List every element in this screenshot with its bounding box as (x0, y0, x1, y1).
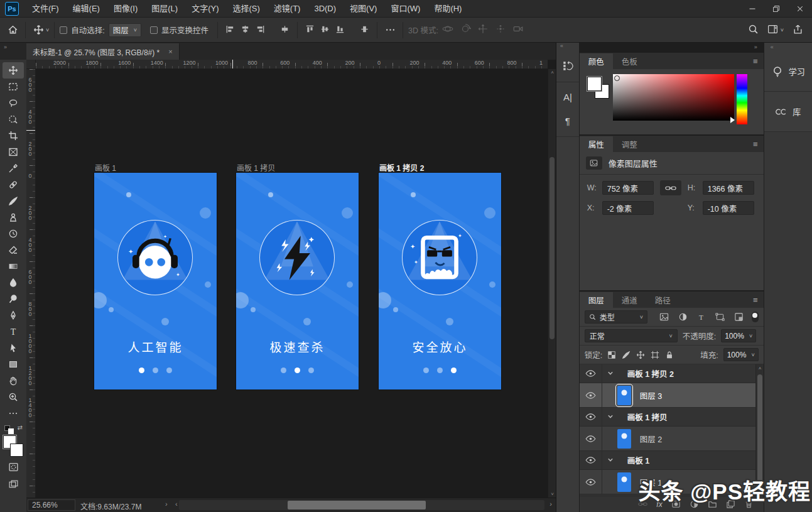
frame-tool[interactable] (3, 144, 24, 160)
icon-strip-collapse[interactable]: « (556, 43, 579, 52)
move-tool-preset-icon[interactable] (31, 23, 46, 38)
panels-collapse[interactable]: » (580, 43, 764, 52)
layer-name[interactable]: 画板 1 拷贝 2 (627, 368, 674, 379)
tab-swatches[interactable]: 色板 (613, 53, 646, 69)
link-dimensions-icon[interactable] (660, 180, 681, 195)
status-arrow-left-icon[interactable]: ‹ (175, 500, 178, 508)
artboard-canvas[interactable]: 极速查杀 (236, 173, 359, 389)
document-tab[interactable]: 未标题-1 @ 25.7% (图层 3, RGB/8#) * × (26, 43, 180, 60)
menu-item-10[interactable]: 帮助(H) (427, 0, 468, 18)
artboard-canvas[interactable]: ✦ ✦ ✦ (379, 173, 501, 389)
history-brush-tool[interactable] (3, 226, 24, 242)
gradient-tool[interactable] (3, 258, 24, 275)
zoom-level-field[interactable]: 25.66% (28, 499, 75, 511)
layer-thumbnail[interactable] (617, 386, 631, 405)
visibility-eye-icon[interactable] (580, 451, 602, 469)
visibility-eye-icon[interactable] (580, 383, 602, 407)
close-tab-icon[interactable]: × (168, 48, 172, 55)
pan-3d-icon[interactable] (477, 23, 489, 36)
show-transform-checkbox[interactable] (150, 26, 158, 34)
more-options-icon[interactable] (382, 23, 398, 38)
rectangle-tool[interactable] (3, 356, 24, 373)
tab-color[interactable]: 颜色 (580, 53, 613, 69)
hue-slider-arrow-icon[interactable] (730, 117, 735, 123)
panel-menu-icon[interactable]: ≡ (753, 295, 759, 305)
align-left-icon[interactable] (225, 25, 235, 36)
horizontal-scrollbar-thumb[interactable] (288, 501, 426, 509)
swap-colors-icon[interactable]: ⇄ (4, 424, 23, 434)
scroll-up-icon[interactable]: ˄ (548, 70, 556, 75)
horizontal-ruler[interactable]: 2000180016001400120010008006004002000200… (36, 60, 548, 69)
background-color-swatch[interactable] (10, 444, 23, 457)
layer-name[interactable]: 画板 1 拷贝 (627, 411, 668, 423)
layer-name[interactable]: 图层 2 (640, 433, 662, 445)
foreground-color-swatch[interactable] (587, 77, 602, 91)
brush-tool[interactable] (3, 193, 24, 209)
align-center-horizontal-icon[interactable] (241, 25, 250, 36)
layer-name[interactable]: 图层 3 (640, 389, 662, 401)
lock-position-icon[interactable] (636, 351, 645, 359)
layer-group-row[interactable]: 画板 1 (580, 451, 755, 470)
menu-item-9[interactable]: 窗口(W) (384, 0, 427, 18)
height-field[interactable]: 1366 像素 (703, 181, 754, 195)
lock-artboard-icon[interactable] (651, 351, 659, 359)
tab-properties[interactable]: 属性 (580, 136, 613, 152)
camera-3d-icon[interactable] (512, 23, 524, 36)
more-tool[interactable] (3, 405, 24, 422)
pen-tool[interactable] (3, 307, 24, 324)
hue-bar[interactable] (737, 74, 747, 124)
layer-row[interactable]: 图层 3 (580, 383, 755, 408)
filter-shape-layers-icon[interactable] (713, 312, 727, 322)
history-panel-icon[interactable] (558, 57, 577, 75)
filter-type-layers-icon[interactable]: T (695, 312, 708, 322)
menu-item-0[interactable]: 文件(F) (25, 0, 66, 18)
search-icon[interactable] (748, 24, 759, 36)
vertical-scrollbar[interactable]: ˄ ˅ (548, 69, 556, 498)
fill-field[interactable]: 100% ˅ (723, 348, 759, 361)
ruler-corner[interactable] (26, 60, 36, 69)
toolbar-collapse[interactable]: » (0, 43, 26, 60)
chevron-down-icon[interactable] (607, 456, 614, 465)
y-field[interactable]: -10 像素 (703, 201, 754, 215)
pasteboard[interactable]: 画板 1 (36, 69, 548, 498)
visibility-eye-icon[interactable] (580, 470, 602, 494)
layer-filter-dropdown[interactable]: 类型 ˅ (585, 310, 647, 324)
menu-item-8[interactable]: 视图(V) (343, 0, 384, 18)
distribute-vertical-icon[interactable] (360, 25, 369, 36)
tab-paths[interactable]: 路径 (646, 292, 679, 308)
object-selection-tool[interactable] (3, 111, 24, 128)
crop-tool[interactable] (3, 128, 24, 144)
visibility-eye-icon[interactable] (580, 408, 602, 426)
opacity-field[interactable]: 100% ˅ (721, 329, 756, 342)
vertical-ruler[interactable]: 6004002000200400600800100012001400 (26, 69, 36, 498)
type-tool[interactable]: T (3, 324, 24, 340)
width-field[interactable]: 752 像素 (602, 181, 654, 195)
artboard-label[interactable]: 画板 1 拷贝 2 (379, 162, 424, 173)
x-field[interactable]: -2 像素 (602, 201, 654, 215)
artboard-1[interactable]: 画板 1 (94, 173, 217, 389)
menu-item-1[interactable]: 编辑(E) (66, 0, 107, 18)
menu-item-5[interactable]: 选择(S) (225, 0, 266, 18)
artboard-2[interactable]: 画板 1 拷贝 (236, 173, 359, 389)
scroll-right-icon[interactable]: › (549, 500, 552, 508)
panel-menu-icon[interactable]: ≡ (753, 57, 759, 66)
menu-item-6[interactable]: 滤镜(T) (267, 0, 308, 18)
marquee-tool[interactable] (3, 79, 24, 95)
paragraph-panel-icon[interactable]: ¶ (558, 111, 577, 130)
align-top-icon[interactable] (305, 25, 315, 36)
vertical-scrollbar-thumb[interactable] (549, 157, 555, 339)
auto-select-target-dropdown[interactable]: 图层 ˅ (109, 23, 141, 37)
tab-channels[interactable]: 通道 (613, 292, 646, 308)
auto-select-checkbox[interactable] (60, 26, 67, 34)
dodge-tool[interactable] (3, 291, 24, 307)
lock-transparency-icon[interactable] (607, 351, 616, 359)
artboard-label[interactable]: 画板 1 (95, 162, 116, 173)
restore-button[interactable] (764, 0, 788, 17)
layers-scrollbar-thumb[interactable] (757, 374, 762, 489)
tab-layers[interactable]: 图层 (580, 292, 613, 308)
layer-group-row[interactable]: 画板 1 拷贝 (580, 408, 755, 427)
chevron-down-icon[interactable] (607, 369, 614, 378)
libraries-panel-button[interactable]: 库 (764, 92, 812, 132)
clone-stamp-tool[interactable] (3, 209, 24, 226)
filter-adjustment-layers-icon[interactable] (676, 312, 690, 322)
